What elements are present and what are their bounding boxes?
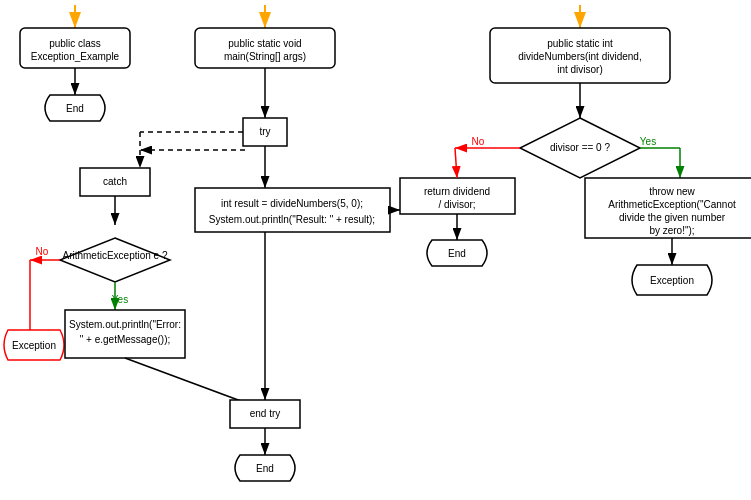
int-result-text2: System.out.println("Result: " + result); — [209, 214, 375, 225]
divide-text2: divideNumbers(int dividend, — [518, 51, 641, 62]
throw-text4: by zero!"); — [649, 225, 694, 236]
main-text1: public static void — [228, 38, 301, 49]
yes-label1: Yes — [112, 294, 128, 305]
end3-text: End — [448, 248, 466, 259]
divide-text3: int divisor) — [557, 64, 603, 75]
print-error-text2: " + e.getMessage()); — [80, 334, 171, 345]
try-text: try — [259, 126, 270, 137]
int-result-text1: int result = divideNumbers(5, 0); — [221, 198, 363, 209]
divide-text1: public static int — [547, 38, 613, 49]
print-error-text1: System.out.println("Error: — [69, 319, 181, 330]
catch-text: catch — [103, 176, 127, 187]
svg-rect-21 — [195, 188, 390, 232]
flowchart-svg: public class Exception_Example End catch… — [0, 0, 751, 500]
exception2-text: Exception — [650, 275, 694, 286]
end1-text: End — [66, 103, 84, 114]
arithmetic-check-text: ArithmeticException e ? — [62, 250, 167, 261]
end-try-text: end try — [250, 408, 281, 419]
throw-text1: throw new — [649, 186, 695, 197]
svg-line-33 — [455, 148, 457, 178]
class-node-text2: Exception_Example — [31, 51, 120, 62]
main-text2: main(String[] args) — [224, 51, 306, 62]
divisor-check-text: divisor == 0 ? — [550, 142, 610, 153]
return-text1: return dividend — [424, 186, 490, 197]
throw-text3: divide the given number — [619, 212, 726, 223]
yes-label2: Yes — [640, 136, 656, 147]
class-node-text: public class — [49, 38, 101, 49]
return-text2: / divisor; — [438, 199, 475, 210]
no-label1: No — [36, 246, 49, 257]
throw-text2: ArithmeticException("Cannot — [608, 199, 736, 210]
end2-text: End — [256, 463, 274, 474]
exception1-text: Exception — [12, 340, 56, 351]
no-label2: No — [472, 136, 485, 147]
